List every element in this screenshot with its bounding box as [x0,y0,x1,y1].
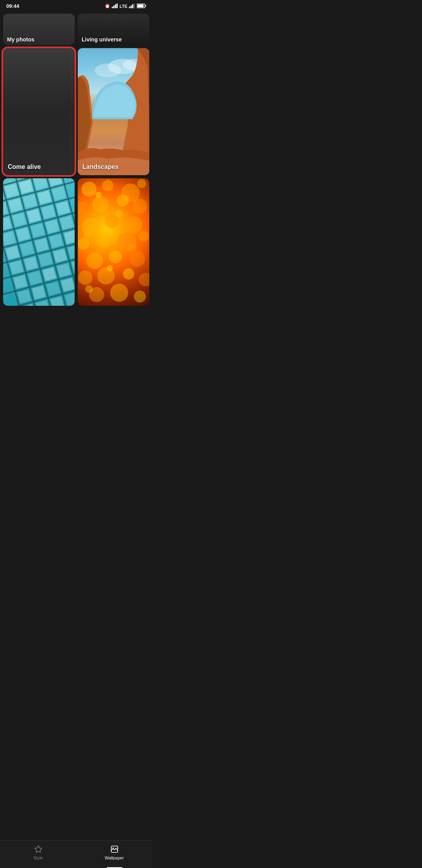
svg-rect-58 [9,261,23,274]
category-bokeh[interactable] [78,178,149,305]
category-geometric[interactable] [3,178,75,305]
svg-rect-9 [145,5,146,7]
svg-point-82 [78,201,88,215]
svg-rect-59 [24,257,38,271]
network-type: LTE [120,4,127,9]
svg-rect-51 [45,220,59,233]
svg-rect-1 [113,5,114,8]
svg-point-94 [109,251,122,264]
svg-rect-7 [134,4,135,8]
living-universe-label: Living universe [82,36,122,43]
svg-rect-44 [13,213,26,227]
svg-point-13 [95,63,121,77]
svg-point-79 [102,180,114,191]
svg-point-88 [126,217,142,233]
svg-rect-53 [6,246,20,260]
svg-point-83 [92,196,109,212]
svg-point-102 [134,291,146,303]
svg-rect-6 [132,4,133,8]
svg-rect-60 [39,253,52,267]
svg-rect-57 [64,230,75,244]
svg-rect-36 [34,178,47,190]
svg-rect-42 [52,187,66,201]
svg-point-98 [123,268,134,280]
svg-rect-45 [27,209,41,223]
svg-rect-46 [41,205,55,219]
svg-point-105 [84,231,90,238]
svg-rect-69 [32,286,46,299]
svg-point-104 [115,210,123,217]
svg-point-85 [132,199,148,214]
svg-rect-55 [35,238,48,252]
signal-icon-2 [129,4,135,9]
svg-point-87 [105,215,118,228]
content-area: My photos Living universe Come alive [0,11,152,337]
svg-rect-43 [3,217,12,231]
svg-rect-65 [43,267,56,281]
svg-rect-34 [5,184,18,197]
status-icons: ⏰ LTE [105,4,146,9]
signal-icon [112,4,118,9]
svg-rect-56 [49,234,63,248]
svg-rect-75 [50,296,64,305]
category-my-photos-top[interactable]: My photos [3,14,75,45]
svg-point-90 [97,233,112,248]
svg-rect-2 [115,4,116,8]
svg-point-84 [117,195,129,207]
svg-rect-63 [13,275,27,289]
status-bar: 09:44 ⏰ LTE [0,0,152,11]
svg-point-89 [78,238,89,250]
svg-point-103 [95,192,101,198]
svg-point-107 [107,265,113,271]
svg-rect-47 [56,201,70,215]
svg-rect-41 [38,191,51,204]
svg-rect-64 [28,271,42,285]
svg-rect-3 [116,4,118,8]
category-come-alive[interactable]: Come alive [3,48,75,175]
svg-rect-52 [60,216,73,230]
time-display: 09:44 [6,3,19,9]
svg-point-78 [82,182,97,197]
landscapes-label: Landscapes [82,163,118,170]
svg-point-99 [139,273,149,287]
top-row: My photos Living universe [3,14,149,45]
svg-point-93 [86,253,103,269]
svg-rect-54 [20,242,34,256]
alarm-icon: ⏰ [105,4,110,9]
svg-rect-76 [65,292,75,305]
svg-rect-39 [9,199,22,212]
middle-row: Come alive [3,48,149,175]
svg-point-101 [110,284,128,302]
come-alive-label: Come alive [8,163,41,170]
my-photos-label: My photos [7,36,34,43]
svg-rect-0 [112,7,113,8]
svg-point-108 [85,285,93,293]
svg-rect-40 [23,195,37,208]
svg-rect-35 [19,180,33,194]
category-living-universe-top[interactable]: Living universe [78,14,149,45]
svg-rect-10 [138,4,144,7]
svg-rect-66 [57,264,71,277]
svg-point-81 [137,179,146,188]
svg-rect-49 [16,228,30,241]
svg-rect-68 [17,290,31,303]
svg-point-96 [78,271,93,285]
svg-point-106 [128,244,136,252]
category-landscapes[interactable]: Landscapes [78,48,149,175]
svg-rect-70 [46,282,60,296]
svg-rect-48 [3,231,16,245]
svg-rect-71 [61,278,75,292]
battery-icon [137,4,146,9]
svg-rect-61 [53,249,67,263]
svg-point-95 [129,251,145,267]
bottom-row [3,178,149,305]
svg-rect-50 [31,224,45,237]
svg-rect-5 [131,5,132,8]
svg-rect-4 [129,7,130,8]
svg-point-92 [138,231,149,242]
